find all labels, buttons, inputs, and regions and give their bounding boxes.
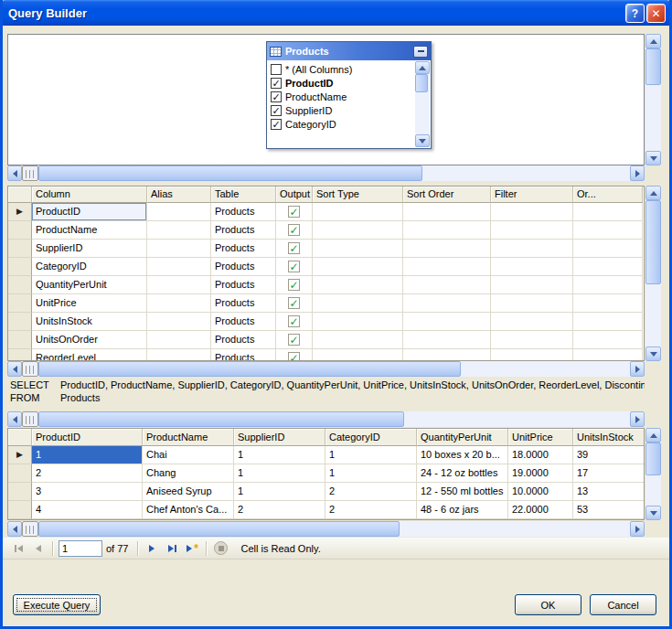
- scroll-left-button[interactable]: [7, 361, 22, 377]
- cell-or[interactable]: [573, 331, 643, 349]
- cell-table[interactable]: Products: [211, 203, 276, 221]
- cell-output[interactable]: ✓: [276, 294, 313, 313]
- cell-table[interactable]: Products: [211, 313, 276, 331]
- cancel-button[interactable]: Cancel: [590, 594, 656, 615]
- ok-button[interactable]: OK: [515, 594, 581, 615]
- cell-unitsinstock[interactable]: 39: [573, 446, 644, 464]
- cell-sort-order[interactable]: [403, 258, 491, 276]
- scrollbar-track[interactable]: [645, 48, 661, 151]
- cell-output[interactable]: ✓: [276, 240, 313, 258]
- cell-unitprice[interactable]: 18.0000: [508, 446, 573, 464]
- add-new-button[interactable]: *: [182, 539, 202, 558]
- header-column[interactable]: Column: [32, 187, 147, 203]
- cell-alias[interactable]: [147, 240, 211, 258]
- column-checkbox[interactable]: ✓: [271, 91, 282, 102]
- help-button[interactable]: ?: [625, 4, 645, 23]
- scrollbar-thumb[interactable]: [38, 521, 400, 537]
- pane-splitter-handle[interactable]: [22, 521, 38, 537]
- cell-productid[interactable]: 1: [32, 446, 143, 464]
- column-checkbox[interactable]: ✓: [271, 105, 282, 116]
- header-unitsinstock[interactable]: UnitsInStock: [573, 429, 645, 446]
- scrollbar-thumb[interactable]: [38, 411, 404, 427]
- cell-filter[interactable]: [491, 294, 573, 313]
- cell-or[interactable]: [573, 349, 643, 361]
- scrollbar-track[interactable]: [38, 411, 630, 427]
- row-selector[interactable]: [8, 331, 32, 349]
- close-button[interactable]: ✕: [646, 4, 666, 23]
- cell-output[interactable]: ✓: [276, 203, 313, 221]
- cell-sort-type[interactable]: [313, 240, 403, 258]
- cell-productname[interactable]: Chai: [143, 446, 234, 464]
- cell-sort-type[interactable]: [313, 294, 403, 313]
- scrollbar-thumb[interactable]: [645, 442, 661, 475]
- cell-alias[interactable]: [147, 331, 211, 349]
- cell-alias[interactable]: [147, 276, 211, 294]
- scroll-down-button[interactable]: [415, 134, 430, 147]
- diagram-vertical-scrollbar[interactable]: [645, 34, 661, 165]
- cell-supplierid[interactable]: 1: [234, 483, 325, 501]
- cell-filter[interactable]: [491, 313, 573, 331]
- cell-categoryid[interactable]: 1: [325, 464, 417, 483]
- cell-filter[interactable]: [491, 276, 573, 294]
- header-unitprice[interactable]: UnitPrice: [508, 429, 573, 446]
- scrollbar-track[interactable]: [645, 200, 661, 346]
- row-selector[interactable]: ▶: [8, 446, 32, 464]
- corner-header[interactable]: [8, 187, 32, 203]
- output-checkbox[interactable]: ✓: [288, 206, 300, 218]
- row-selector[interactable]: [8, 483, 32, 501]
- output-checkbox[interactable]: ✓: [288, 315, 300, 327]
- cell-or[interactable]: [573, 276, 643, 294]
- scrollbar-thumb[interactable]: [645, 48, 661, 85]
- criteria-vertical-scrollbar[interactable]: [645, 186, 661, 361]
- cell-sort-order[interactable]: [403, 276, 491, 294]
- cell-sort-order[interactable]: [403, 349, 491, 361]
- column-checkbox[interactable]: ✓: [271, 78, 282, 89]
- row-selector[interactable]: [8, 240, 32, 258]
- row-selector[interactable]: [8, 501, 32, 519]
- row-selector[interactable]: [8, 464, 32, 483]
- cell-unitsinstock[interactable]: 17: [573, 464, 644, 483]
- scroll-left-button[interactable]: [7, 411, 22, 427]
- cell-alias[interactable]: [147, 203, 211, 221]
- header-productname[interactable]: ProductName: [143, 429, 234, 446]
- cell-or[interactable]: [573, 294, 643, 313]
- cell-sort-type[interactable]: [313, 258, 403, 276]
- cell-quantityperunit[interactable]: 10 boxes x 20 b...: [417, 446, 508, 464]
- cancel-query-button[interactable]: [214, 541, 228, 555]
- cell-unitsinstock[interactable]: 13: [573, 483, 644, 501]
- cell-column[interactable]: CategoryID: [32, 258, 147, 276]
- cell-sort-order[interactable]: [403, 331, 491, 349]
- table-column-item[interactable]: ✓ * (All Columns): [267, 62, 431, 76]
- output-checkbox[interactable]: ✓: [288, 224, 300, 236]
- table-column-item[interactable]: ✓ ProductName: [267, 90, 431, 103]
- cell-output[interactable]: ✓: [276, 313, 313, 331]
- cell-productid[interactable]: 3: [32, 483, 143, 501]
- move-last-button[interactable]: [162, 539, 182, 558]
- cell-sort-order[interactable]: [403, 240, 491, 258]
- cell-column[interactable]: UnitPrice: [32, 294, 147, 313]
- diagram-pane[interactable]: Products ✓ * (All Columns) ✓: [7, 34, 645, 165]
- scrollbar-track[interactable]: [38, 521, 630, 537]
- cell-unitprice[interactable]: 10.0000: [508, 483, 573, 501]
- cell-quantityperunit[interactable]: 12 - 550 ml bottles: [417, 483, 508, 501]
- cell-table[interactable]: Products: [211, 349, 276, 361]
- scroll-down-button[interactable]: [645, 151, 661, 165]
- cell-sort-type[interactable]: [313, 349, 403, 361]
- scroll-down-button[interactable]: [645, 506, 661, 520]
- row-selector[interactable]: [8, 221, 32, 240]
- cell-sort-order[interactable]: [403, 203, 491, 221]
- cell-table[interactable]: Products: [211, 240, 276, 258]
- cell-or[interactable]: [573, 240, 643, 258]
- scroll-up-button[interactable]: [645, 428, 661, 442]
- cell-sort-type[interactable]: [313, 331, 403, 349]
- scrollbar-track[interactable]: [645, 442, 661, 506]
- table-column-item[interactable]: ✓ SupplierID: [267, 103, 431, 117]
- cell-sort-order[interactable]: [403, 313, 491, 331]
- cell-output[interactable]: ✓: [276, 258, 313, 276]
- cell-sort-type[interactable]: [313, 276, 403, 294]
- scroll-up-button[interactable]: [645, 34, 661, 48]
- cell-column[interactable]: UnitsOnOrder: [32, 331, 147, 349]
- cell-categoryid[interactable]: 2: [325, 501, 417, 519]
- results-vertical-scrollbar[interactable]: [645, 428, 661, 520]
- cell-or[interactable]: [573, 221, 643, 240]
